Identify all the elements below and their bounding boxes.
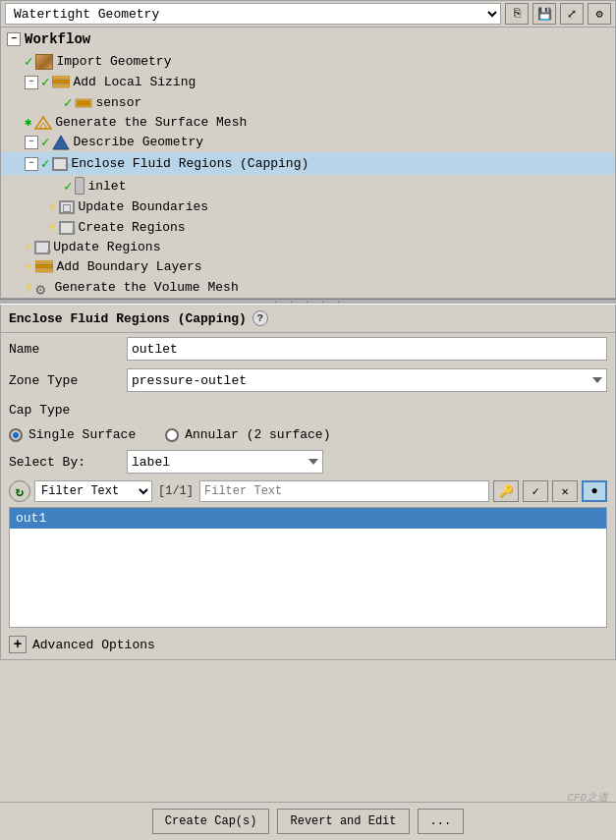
cap-type-label: Cap Type: [9, 403, 127, 418]
select-by-label: Select By:: [9, 455, 127, 470]
add-local-sizing-label: Add Local Sizing: [73, 75, 196, 89]
zone-type-label: Zone Type: [9, 373, 127, 388]
expand-button[interactable]: ⤢: [560, 3, 584, 25]
create-regions-label: Create Regions: [78, 220, 185, 235]
tree-item-sensor[interactable]: ✓ sensor: [1, 92, 615, 113]
advanced-options-label: Advanced Options: [32, 638, 155, 652]
the-word-2: the: [124, 280, 146, 295]
check-icon-describe: ✓: [41, 134, 49, 150]
lightning-partial-icon: ⚡: [25, 240, 31, 254]
single-surface-radio-indicator: [9, 428, 23, 442]
describe-collapse[interactable]: −: [25, 136, 38, 149]
import-geometry-label: Import Geometry: [56, 54, 171, 69]
update-regions-icon: ○: [34, 241, 50, 254]
sensor-label: sensor: [95, 95, 141, 110]
workflow-select[interactable]: Watertight Geometry: [5, 3, 501, 25]
lightning-icon-volume-mesh: ⚡: [25, 279, 32, 296]
describe-geometry-label: Describe Geometry: [73, 135, 203, 149]
the-word-1: the: [124, 115, 146, 130]
zone-type-select[interactable]: pressure-outlet pressure-inlet velocity-…: [127, 368, 607, 392]
filter-refresh-button[interactable]: ↻: [9, 480, 30, 502]
filter-text-input[interactable]: [199, 480, 489, 502]
advanced-options-row[interactable]: + Advanced Options: [1, 630, 615, 659]
filter-uncheck-btn[interactable]: ✕: [552, 480, 578, 502]
svg-line-6: [39, 123, 43, 129]
save-button[interactable]: 💾: [532, 3, 556, 25]
tree-item-enclose-fluid[interactable]: − ✓ ○ Enclose Fluid Regions (Capping): [1, 152, 615, 175]
svg-rect-4: [78, 101, 89, 105]
form-title-text: Enclose Fluid Regions (Capping): [9, 311, 247, 326]
name-input[interactable]: [127, 337, 607, 361]
create-caps-label: Create Cap(s): [165, 814, 257, 828]
single-surface-label: Single Surface: [28, 427, 136, 442]
boundaries-icon: [59, 200, 75, 214]
tree-item-generate-volume[interactable]: ⚡ ⚙ Generate the Volume Mesh: [1, 277, 615, 298]
select-by-select[interactable]: label zone region: [127, 450, 323, 474]
local-sizing-collapse[interactable]: −: [25, 76, 38, 89]
more-options-button[interactable]: ...: [418, 809, 465, 834]
check-icon: ✓: [25, 53, 32, 70]
advanced-expand-btn[interactable]: +: [9, 636, 27, 653]
local-sizing-icon: [52, 76, 70, 89]
list-empty-area: [10, 529, 606, 627]
tree-item-create-regions[interactable]: ⚡ ○ Create Regions: [1, 217, 615, 238]
tree-item-add-local-sizing[interactable]: − ✓ Add Local Sizing: [1, 72, 615, 92]
svg-rect-2: [52, 84, 70, 87]
select-by-row: Select By: label zone region: [1, 446, 615, 477]
surface-mesh-icon: [34, 116, 52, 130]
svg-line-7: [43, 123, 47, 129]
filter-key-icon-btn[interactable]: 🔑: [493, 480, 519, 502]
svg-rect-11: [35, 260, 53, 263]
cap-type-radio-group: Single Surface Annular (2 surface): [1, 423, 615, 446]
tree-item-describe-geometry[interactable]: − ✓ Describe Geometry: [1, 132, 615, 152]
revert-edit-button[interactable]: Revert and Edit: [277, 809, 409, 834]
partial-check-surface: ✱: [25, 115, 31, 130]
inlet-label: inlet: [87, 179, 126, 194]
tree-item-generate-surface[interactable]: ✱ Generate the Surface Mesh: [1, 113, 615, 132]
annular-radio[interactable]: Annular (2 surface): [165, 427, 330, 442]
tree-item-update-regions[interactable]: ⚡ ○ Update Regions: [1, 238, 615, 256]
cap-type-row: Cap Type: [1, 396, 615, 423]
volume-mesh-icon: ⚙: [35, 280, 51, 296]
filter-method-select[interactable]: Filter Text Filter Zone Filter Region: [34, 480, 152, 502]
lightning-icon-boundaries: ⚡: [48, 198, 56, 215]
copy-button[interactable]: ⎘: [505, 3, 529, 25]
bottom-bar: Create Cap(s) Revert and Edit ...: [0, 802, 616, 840]
generate-surface-label: Generate the Surface Mesh: [55, 115, 247, 130]
list-area: out1: [9, 507, 607, 628]
enclose-collapse[interactable]: −: [25, 157, 38, 171]
create-caps-button[interactable]: Create Cap(s): [152, 809, 270, 834]
revert-edit-label: Revert and Edit: [290, 814, 396, 828]
inlet-icon: [75, 177, 84, 195]
svg-marker-9: [53, 136, 69, 149]
form-title: Enclose Fluid Regions (Capping) ?: [1, 305, 615, 333]
settings-button[interactable]: ⚙: [588, 3, 611, 25]
annular-label: Annular (2 surface): [185, 427, 330, 442]
name-row: Name: [1, 333, 615, 364]
annular-radio-indicator: [165, 428, 179, 442]
filter-circle-active-btn[interactable]: ●: [582, 480, 607, 502]
import-geometry-icon: [35, 54, 53, 70]
top-bar: Watertight Geometry ⎘ 💾 ⤢ ⚙: [0, 0, 616, 28]
name-label: Name: [9, 342, 127, 357]
workflow-tree: − Workflow ✓ Import Geometry − ✓ Add Loc…: [0, 28, 616, 299]
filter-check-btn[interactable]: ✓: [523, 480, 548, 502]
single-surface-radio[interactable]: Single Surface: [9, 427, 136, 442]
tree-item-add-boundary-layers[interactable]: ⚡ Add Boundary Layers: [1, 256, 615, 277]
create-regions-icon: ○: [59, 221, 75, 235]
workflow-header: − Workflow: [1, 28, 615, 51]
help-button[interactable]: ?: [252, 310, 268, 326]
svg-rect-0: [52, 80, 70, 84]
workflow-label: Workflow: [25, 31, 90, 47]
check-icon-sizing: ✓: [41, 74, 49, 90]
tree-item-update-boundaries[interactable]: ⚡ Update Boundaries: [1, 196, 615, 217]
list-item-out1[interactable]: out1: [10, 508, 606, 529]
tree-item-inlet[interactable]: ✓ inlet: [1, 175, 615, 196]
workflow-collapse-btn[interactable]: −: [7, 32, 21, 46]
svg-rect-10: [35, 264, 53, 268]
enclose-fluid-label: Enclose Fluid Regions (Capping): [71, 156, 308, 171]
check-icon-enclose: ✓: [41, 155, 49, 172]
tree-item-import-geometry[interactable]: ✓ Import Geometry: [1, 51, 615, 72]
update-boundaries-label: Update Boundaries: [78, 199, 208, 214]
form-section: Enclose Fluid Regions (Capping) ? Name Z…: [0, 305, 616, 660]
